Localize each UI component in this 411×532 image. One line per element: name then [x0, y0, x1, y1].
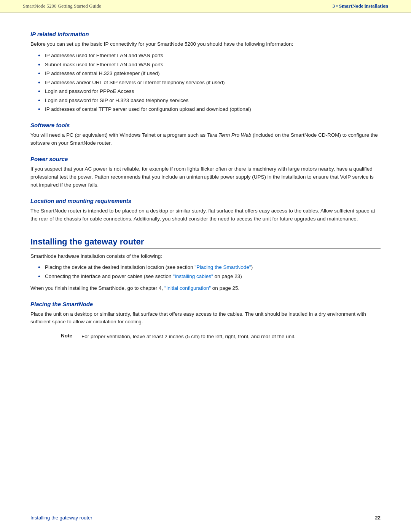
software-tools-text-before: You will need a PC (or equivalent) with … — [30, 132, 207, 138]
header-left: SmartNode 5200 Getting Started Guide — [23, 3, 101, 9]
header-chapter: 3 • SmartNode installation — [333, 3, 388, 9]
installing-bullet1-before: Placing the device at the desired instal… — [45, 264, 194, 270]
installing-bullet2-after: on page 23) — [213, 273, 242, 279]
installing-footer-after: on page 25. — [211, 285, 239, 291]
software-tools-text: You will need a PC (or equivalent) with … — [30, 131, 381, 147]
installing-section-header: Installing the gateway router — [30, 237, 381, 249]
power-source-text: If you suspect that your AC power is not… — [30, 165, 381, 189]
note-label: Note — [61, 333, 76, 341]
installing-bullet1-after: ) — [251, 264, 253, 270]
installing-intro: SmartNode hardware installation consists… — [30, 252, 381, 260]
list-item: IP addresses used for Ethernet LAN and W… — [38, 51, 381, 60]
page: SmartNode 5200 Getting Started Guide 3 •… — [0, 0, 411, 532]
header-right: 3 • SmartNode installation — [333, 3, 388, 9]
initial-config-link[interactable]: "Initial configuration" — [164, 285, 211, 291]
location-mounting-heading: Location and mounting requirements — [30, 198, 381, 204]
note-box: Note For proper ventilation, leave at le… — [61, 333, 381, 341]
list-item: IP addresses of central H.323 gatekeeper… — [38, 69, 381, 78]
power-source-heading: Power source — [30, 156, 381, 162]
ip-related-heading: IP related information — [30, 31, 381, 37]
installing-bullet2-before: Connecting the interface and power cable… — [45, 273, 173, 279]
content-area: IP related information Before you can se… — [0, 13, 411, 367]
software-tools-italic: Tera Term Pro Web — [207, 132, 252, 138]
note-text: For proper ventilation, leave at least 2… — [81, 333, 296, 341]
placing-section: Placing the SmartNode Place the unit on … — [30, 301, 381, 326]
page-footer: Installing the gateway router 22 — [0, 515, 411, 521]
list-item: IP addresses and/or URL of SIP servers o… — [38, 78, 381, 87]
software-tools-heading: Software tools — [30, 122, 381, 128]
list-item: IP addresses of central TFTP server used… — [38, 105, 381, 113]
power-source-section: Power source If you suspect that your AC… — [30, 156, 381, 189]
list-item: Connecting the interface and power cable… — [38, 272, 381, 281]
ip-related-section: IP related information Before you can se… — [30, 31, 381, 113]
placing-smartnode-link[interactable]: "Placing the SmartNode" — [194, 264, 251, 270]
installing-footer-text: When you finish installing the SmartNode… — [30, 284, 381, 292]
software-tools-section: Software tools You will need a PC (or eq… — [30, 122, 381, 147]
list-item: Login and password for PPPoE Access — [38, 87, 381, 96]
list-item: Login and password for SIP or H.323 base… — [38, 96, 381, 105]
ip-related-list: IP addresses used for Ethernet LAN and W… — [38, 51, 381, 113]
location-mounting-text: The SmartNode router is intended to be p… — [30, 207, 381, 223]
location-mounting-section: Location and mounting requirements The S… — [30, 198, 381, 223]
list-item: Subnet mask used for Ethernet LAN and WA… — [38, 61, 381, 69]
footer-left: Installing the gateway router — [30, 515, 92, 521]
header-bar: SmartNode 5200 Getting Started Guide 3 •… — [0, 0, 411, 13]
list-item: Placing the device at the desired instal… — [38, 263, 381, 272]
installing-title: Installing the gateway router — [30, 237, 144, 246]
installing-list: Placing the device at the desired instal… — [38, 263, 381, 280]
footer-page-number: 22 — [375, 515, 381, 521]
installing-cables-link[interactable]: "Installing cables" — [173, 273, 213, 279]
placing-heading: Placing the SmartNode — [30, 301, 381, 307]
ip-related-intro: Before you can set up the basic IP conne… — [30, 40, 381, 48]
installing-footer-before: When you finish installing the SmartNode… — [30, 285, 164, 291]
placing-text: Place the unit on a desktop or similar s… — [30, 310, 381, 326]
